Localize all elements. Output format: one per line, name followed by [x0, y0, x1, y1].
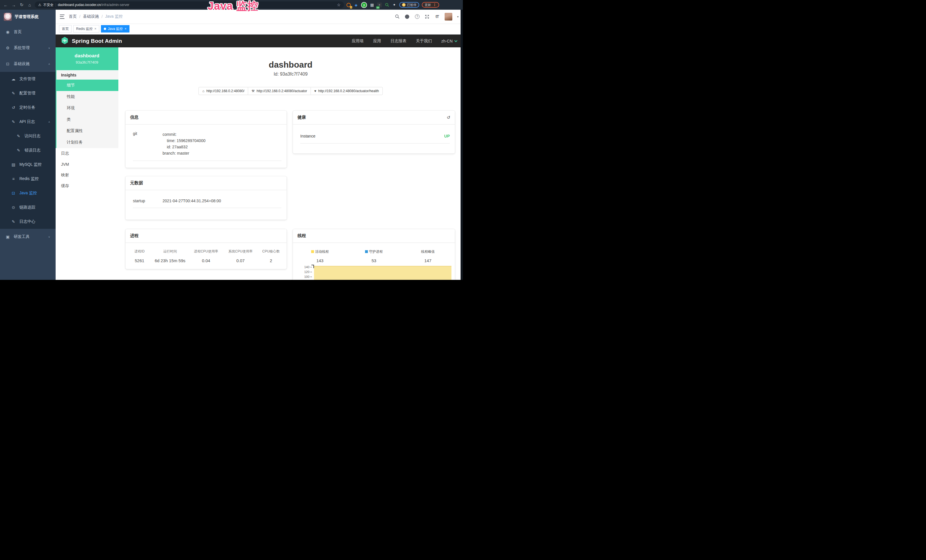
sidebar-item-label: 系统管理 [14, 45, 30, 50]
green-y-extension-icon[interactable]: y [361, 2, 367, 8]
startup-row: startup 2021-04-27T00:44:31.254+08:00 [133, 198, 281, 208]
tag-views-bar: 首页 Redis 监控× Java 监控× [56, 23, 463, 35]
window-scrollbar[interactable] [461, 10, 463, 280]
sba-item-environment[interactable]: 环境 [56, 102, 118, 114]
status-badge: UP [444, 134, 450, 138]
sidebar-item-file-mgmt[interactable]: ☁文件管理 [0, 72, 56, 86]
profile-paused-pill[interactable]: 已暂停 [399, 2, 419, 8]
font-size-icon[interactable]: tT [434, 14, 440, 19]
sba-item-classes[interactable]: 类 [56, 114, 118, 125]
sidebar-item-tracing[interactable]: ⊙链路追踪 [0, 200, 56, 215]
sidebar-item-infrastructure[interactable]: ⊡ 基础设施 ∧ [0, 56, 56, 72]
browser-back-icon[interactable]: ← [3, 3, 9, 8]
avatar[interactable] [445, 13, 452, 21]
switch-extension-icon[interactable]: ≡on [377, 3, 382, 8]
browser-forward-icon[interactable]: → [11, 3, 17, 8]
sba-locale-select[interactable]: zh-CN [441, 39, 457, 43]
browser-menu-kebab-icon[interactable]: ⋮ [433, 3, 436, 7]
bookmark-star-icon[interactable]: ☆ [337, 3, 340, 7]
address-bar[interactable]: ⚠ 不安全 dashboard.yudao.iocoder.cn/infra/a… [35, 2, 344, 8]
sidebar-item-log-center[interactable]: ✎日志中心 [0, 215, 56, 229]
process-value: 5261 [128, 258, 151, 263]
hamburger-icon[interactable] [60, 15, 65, 19]
fullscreen-icon[interactable] [425, 14, 430, 19]
tab-java-monitor[interactable]: Java 监控× [101, 25, 130, 33]
avatar-caret-icon[interactable]: ▾ [457, 15, 458, 18]
sidebar-item-dev-tools[interactable]: ▣ 研发工具 ∨ [0, 229, 56, 245]
sidebar-item-home[interactable]: ◉ 首页 [0, 24, 56, 40]
security-label[interactable]: 不安全 [43, 3, 54, 8]
card-title: 元数据 [130, 180, 143, 186]
health-url-button[interactable]: ♥http://192.168.0.2:48080/actuator/healt… [310, 87, 383, 95]
sba-nav-journal[interactable]: 日志报表 [390, 38, 406, 44]
edit-icon: ✎ [11, 91, 16, 95]
sba-nav-wallboard[interactable]: 应用墙 [352, 38, 364, 44]
y-axis-tick: 140 [298, 265, 309, 269]
breadcrumb-infrastructure[interactable]: 基础设施 [83, 14, 99, 19]
instance-hero: dashboard Id: 93a3fc7f7409 [118, 60, 463, 77]
service-url-button[interactable]: ⌂http://192.168.0.2:48080/ [198, 87, 248, 95]
breadcrumb-home[interactable]: 首页 [69, 14, 77, 19]
live-threads-area [314, 266, 451, 280]
actuator-url-button[interactable]: ⚒http://192.168.0.2:48080/actuator [248, 87, 311, 95]
app-logo-image [4, 13, 12, 21]
sba-item-logs[interactable]: 日志 [56, 148, 118, 159]
address-divider [56, 3, 56, 7]
app-logo-row[interactable]: 芋道管理系统 [0, 10, 56, 24]
card-title: 进程 [130, 233, 139, 239]
sidebar-item-access-log[interactable]: ✎访问日志 [0, 129, 56, 143]
sidebar-item-label: 研发工具 [14, 234, 30, 239]
sba-item-jvm[interactable]: JVM [56, 159, 118, 170]
sba-navbar: Spring Boot Admin 应用墙 应用 日志报表 关于我们 zh-CN [56, 35, 463, 47]
sidebar-item-error-log[interactable]: ✎错误日志 [0, 143, 56, 157]
sba-item-details[interactable]: 细节 [56, 80, 118, 91]
browser-home-icon[interactable]: ⌂ [27, 3, 33, 8]
briefcase-icon: ▣ [5, 235, 10, 239]
sidebar-item-system-mgmt[interactable]: ⚙ 系统管理 ∨ [0, 40, 56, 56]
close-icon[interactable]: × [94, 27, 96, 31]
history-icon[interactable]: ↺ [446, 115, 450, 120]
sidebar-item-api-log[interactable]: ✎API 日志∧ [0, 115, 56, 129]
tab-redis-monitor[interactable]: Redis 监控× [73, 25, 99, 33]
sba-item-caches[interactable]: 缓存 [56, 180, 118, 191]
help-icon[interactable]: ? [415, 14, 420, 19]
sba-item-scheduled-tasks[interactable]: 计划任务 [56, 137, 118, 148]
sidebar-item-mysql-monitor[interactable]: ▤MySQL 监控 [0, 157, 56, 172]
sidebar-item-config-mgmt[interactable]: ✎配置管理 [0, 86, 56, 100]
pin-extension-icon[interactable]: ◈ [354, 3, 359, 8]
y-axis-line [312, 265, 314, 268]
browser-update-button[interactable]: 更新⋮ [422, 2, 439, 8]
extensions-puzzle-icon[interactable]: ✦ [392, 3, 397, 8]
close-icon[interactable]: × [125, 27, 127, 31]
sba-item-config-props[interactable]: 配置属性 [56, 125, 118, 137]
sba-nav-applications[interactable]: 应用 [373, 38, 381, 44]
legend-peak-threads: 线程峰值 147 [401, 249, 455, 263]
search-icon[interactable] [395, 14, 400, 19]
card-title: 线程 [297, 233, 306, 239]
search-extension-icon[interactable] [384, 3, 389, 8]
sidebar-item-label: Redis 监控 [20, 176, 39, 182]
sba-item-metrics[interactable]: 性能 [56, 91, 118, 102]
app-sidebar: 芋道管理系统 ◉ 首页 ⚙ 系统管理 ∨ ⊡ 基础设施 ∧ ☁文件管理 ✎配置管… [0, 10, 56, 280]
dashboard-icon: ◉ [5, 30, 10, 34]
sba-nav-about[interactable]: 关于我们 [416, 38, 432, 44]
sba-item-mappings[interactable]: 映射 [56, 170, 118, 180]
sidebar-item-redis-monitor[interactable]: ≡Redis 监控 [0, 172, 56, 186]
monitor-icon: ⊡ [5, 62, 10, 66]
breadcrumb-separator: / [101, 14, 103, 19]
process-value: 0.04 [189, 258, 223, 263]
grid-extension-icon[interactable]: ▦ [369, 3, 374, 8]
github-icon[interactable] [405, 14, 410, 19]
process-col-header: 进程ID [128, 249, 151, 254]
sidebar-item-java-monitor[interactable]: ⊡Java 监控 [0, 186, 56, 200]
chevron-down-icon: ∨ [48, 236, 50, 238]
sync-extension-icon[interactable]: 1 [346, 3, 351, 8]
browser-reload-icon[interactable]: ↻ [19, 2, 24, 8]
tab-label: 首页 [62, 27, 69, 31]
sba-brand-title[interactable]: Spring Boot Admin [72, 38, 122, 44]
sidebar-item-label: 链路追踪 [20, 205, 35, 210]
sba-instance-header[interactable]: dashboard 93a3fc7f7409 [56, 47, 118, 70]
app-header: 首页 / 基础设施 / Java 监控 ? tT ▾ [56, 10, 463, 23]
sidebar-item-scheduled-jobs[interactable]: ↺定时任务 [0, 100, 56, 115]
tab-home[interactable]: 首页 [59, 25, 71, 33]
